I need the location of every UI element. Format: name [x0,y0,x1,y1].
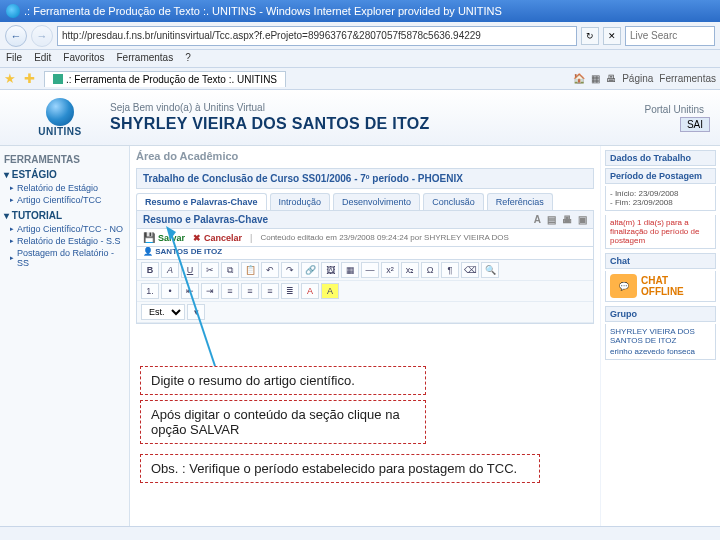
rich-text-editor: B A U ✂ ⧉ 📋 ↶ ↷ 🔗 🖼 ▦ — x² x₂ Ω ¶ ⌫ [136,260,594,324]
grupo-body: SHYRLEY VIEIRA DOS SANTOS DE ITOZ erinho… [605,324,716,360]
sidebar-estagio-heading[interactable]: ▾ ESTÁGIO [4,169,125,180]
user-fullname: SHYRLEY VIEIRA DOS SANTOS DE ITOZ [110,115,645,133]
align-center-icon[interactable]: ≡ [241,283,259,299]
unitins-logo: UNITINS [10,96,110,140]
justify-icon[interactable]: ≣ [281,283,299,299]
outdent-icon[interactable]: ⇤ [181,283,199,299]
ul-icon[interactable]: • [161,283,179,299]
portal-link[interactable]: Portal Unitins [645,104,704,115]
course-title: Trabalho de Conclusão de Curso SS01/2006… [136,168,594,189]
right-panel: Dados do Trabalho Período de Postagem - … [600,146,720,526]
image-icon[interactable]: 🖼 [321,262,339,278]
copy-icon[interactable]: ⧉ [221,262,239,278]
menu-help[interactable]: ? [185,52,191,65]
search-input[interactable] [625,26,715,46]
browser-tab[interactable]: .: Ferramenta de Produção de Texto :. UN… [44,71,286,87]
print-icon[interactable]: 🖶 [606,73,616,84]
print2-icon[interactable]: 🖶 [562,214,572,225]
tab-introducao[interactable]: Introdução [270,193,331,210]
stop-button[interactable]: ✕ [603,27,621,45]
redo-icon[interactable]: ↷ [281,262,299,278]
tab-desenvolvimento[interactable]: Desenvolvimento [333,193,420,210]
chat-icon: 💬 [610,274,637,298]
inicio-date: 23/09/2008 [638,189,678,198]
menu-tools[interactable]: Ferramentas [116,52,173,65]
bgcolor-icon[interactable]: A [321,283,339,299]
font-a-icon[interactable]: A [534,214,541,225]
paste-icon[interactable]: 📋 [241,262,259,278]
feed-icon[interactable]: ▦ [591,73,600,84]
undo-icon[interactable]: ↶ [261,262,279,278]
tab-resumo[interactable]: Resumo e Palavras-Chave [136,193,267,210]
bold-icon[interactable]: B [141,262,159,278]
sidebar-item-postagem-ss[interactable]: Postagem do Relatório - SS [4,247,125,269]
tab-label: .: Ferramenta de Produção de Texto :. UN… [66,74,277,85]
forward-button[interactable]: → [31,25,53,47]
sidebar-item-relatorio-ss[interactable]: Relatório de Estágio - S.S [4,235,125,247]
tab-conclusao[interactable]: Conclusão [423,193,484,210]
cut-icon[interactable]: ✂ [201,262,219,278]
sub-icon[interactable]: x₂ [401,262,419,278]
sidebar-item-relatorio-estagio[interactable]: Relatório de Estágio [4,182,125,194]
save-button[interactable]: Salvar [143,232,185,243]
group-member-2: erinho azevedo fonseca [610,347,711,356]
sidebar-tutorial-heading[interactable]: ▾ TUTORIAL [4,210,125,221]
section-subtitle-bar: Resumo e Palavras-Chave A ▤ 🖶 ▣ [136,211,594,229]
fontcolor-icon[interactable]: A [301,283,319,299]
add-favorite-icon[interactable]: ✚ [24,71,40,87]
clear-icon[interactable]: ⌫ [461,262,479,278]
italic-icon[interactable]: A [161,262,179,278]
pagebtn[interactable]: Página [622,73,653,84]
underline-icon[interactable]: U [181,262,199,278]
globe-icon [46,98,74,126]
welcome-text: Seja Bem vindo(a) à Unitins Virtual [110,102,645,113]
periodo-body: - Início: 23/09/2008 - Fim: 23/09/2008 [605,186,716,211]
char-icon[interactable]: Ω [421,262,439,278]
home-icon[interactable]: 🏠 [573,73,585,84]
expand-icon[interactable]: ▾ [187,304,205,320]
table-icon[interactable]: ▦ [341,262,359,278]
tab-referencias[interactable]: Referências [487,193,553,210]
browser-menubar: File Edit Favoritos Ferramentas ? [0,50,720,68]
ol-icon[interactable]: 1. [141,283,159,299]
favorites-star-icon[interactable]: ★ [4,71,20,87]
browser-navbar: ← → ↻ ✕ [0,22,720,50]
editor-actions: Salvar Cancelar | Conteúdo editado em 23… [136,229,594,247]
sup-icon[interactable]: x² [381,262,399,278]
cancel-button[interactable]: Cancelar [193,233,242,243]
section-tabs: Resumo e Palavras-Chave Introdução Desen… [136,193,594,211]
back-button[interactable]: ← [5,25,27,47]
align-right-icon[interactable]: ≡ [261,283,279,299]
hr-icon[interactable]: — [361,262,379,278]
align-left-icon[interactable]: ≡ [221,283,239,299]
tool-icon[interactable]: ▤ [547,214,556,225]
toolsbtn[interactable]: Ferramentas [659,73,716,84]
link-icon[interactable]: 🔗 [301,262,319,278]
site-header: UNITINS Seja Bem vindo(a) à Unitins Virt… [0,90,720,146]
close-section-icon[interactable]: ▣ [578,214,587,225]
logout-button[interactable]: SAI [680,117,710,132]
refresh-button[interactable]: ↻ [581,27,599,45]
indent-icon[interactable]: ⇥ [201,283,219,299]
menu-favorites[interactable]: Favoritos [63,52,104,65]
menu-edit[interactable]: Edit [34,52,51,65]
group-member-1: SHYRLEY VIEIRA DOS SANTOS DE ITOZ [610,327,711,345]
edited-info: Conteúdo editado em 23/9/2008 09:24:24 p… [260,233,508,242]
sidebar-item-artigo-tcc-no[interactable]: Artigo Científico/TCC - NO [4,223,125,235]
code-icon[interactable]: ¶ [441,262,459,278]
logo-text: UNITINS [38,126,82,137]
ie-icon [6,4,20,18]
callout-salvar: Após digitar o conteúdo da seção clique … [140,400,426,444]
window-title: .: Ferramenta de Produção de Texto :. UN… [24,5,502,17]
address-bar[interactable] [57,26,577,46]
sidebar-item-artigo-tcc[interactable]: Artigo Científico/TCC [4,194,125,206]
browser-tabbar: ★ ✚ .: Ferramenta de Produção de Texto :… [0,68,720,90]
area-heading: Área do Acadêmico [136,150,594,162]
chat-offline-text: CHAT OFFLINE [641,275,711,297]
chat-heading: Chat [605,253,716,269]
status-bar [0,526,720,540]
menu-file[interactable]: File [6,52,22,65]
chat-status[interactable]: 💬 CHAT OFFLINE [605,271,716,302]
find-icon[interactable]: 🔍 [481,262,499,278]
style-select[interactable]: Est. [141,304,185,320]
